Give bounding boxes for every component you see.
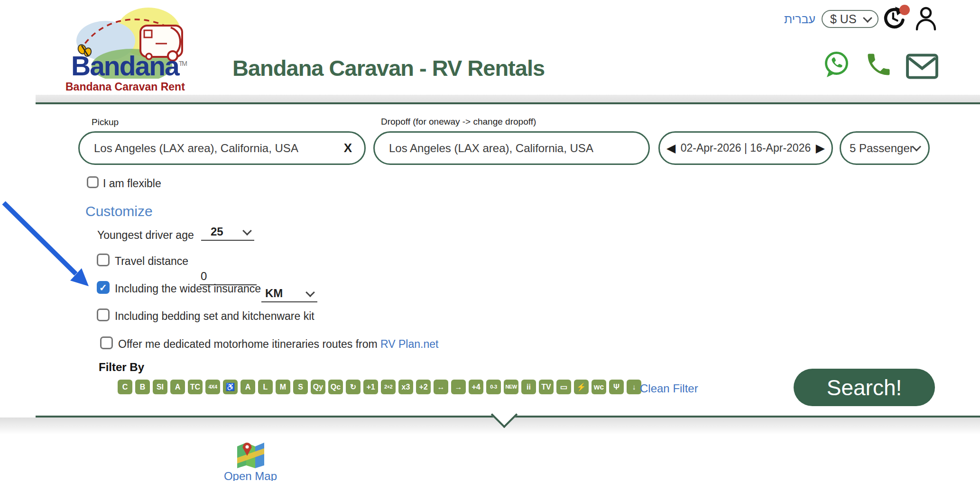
- filter-icon-quality-y[interactable]: Qy: [311, 380, 325, 394]
- filter-icon-sleeps-x3[interactable]: x3: [398, 380, 413, 394]
- filter-icon-size-small-rv[interactable]: S: [293, 380, 308, 394]
- dropoff-value: Los Angeles (LAX area), California, USA: [389, 142, 593, 155]
- filter-icon-extra-person[interactable]: +1: [363, 380, 378, 394]
- clear-pickup-button[interactable]: X: [344, 141, 352, 155]
- passengers-select[interactable]: 5 Passengers: [840, 131, 930, 165]
- filter-icon-class-b[interactable]: B: [135, 380, 150, 394]
- flexible-checkbox[interactable]: [87, 176, 99, 188]
- history-reset-button[interactable]: [881, 6, 908, 32]
- filter-icon-class-si[interactable]: SI: [153, 380, 167, 394]
- filter-icon-electricity[interactable]: ⚡: [574, 380, 589, 394]
- page: עברית $ US: [0, 0, 980, 481]
- filter-icon-vehicle-width[interactable]: ↔: [434, 380, 448, 394]
- filter-icon-size-medium-rv[interactable]: M: [276, 380, 290, 394]
- filter-icon-quality-c[interactable]: Qc: [328, 380, 343, 394]
- whatsapp-icon: [822, 49, 851, 80]
- rv-plan-link[interactable]: RV Plan.net: [380, 338, 438, 350]
- filter-icon-bed[interactable]: ▭: [556, 380, 571, 394]
- passengers-value: 5 Passengers: [850, 142, 914, 155]
- filter-icon-family[interactable]: ii: [521, 380, 536, 394]
- travel-distance-value: 0: [201, 270, 207, 283]
- filter-icon-class-a[interactable]: A: [170, 380, 185, 394]
- date-prev-arrow[interactable]: ◀: [666, 142, 675, 154]
- bedding-checkbox[interactable]: [97, 309, 110, 321]
- filter-icon-automatic-gavel[interactable]: A: [240, 380, 255, 394]
- currency-value: $ US: [830, 12, 857, 26]
- language-link[interactable]: עברית: [784, 12, 815, 26]
- insurance-label: Including the widest insurance: [115, 282, 261, 295]
- driver-age-label: Youngest driver age: [97, 229, 194, 242]
- filter-icon-class-c[interactable]: C: [118, 380, 132, 394]
- phone-icon: [864, 50, 893, 79]
- date-next-arrow[interactable]: ▶: [816, 142, 825, 154]
- pickup-label: Pickup: [92, 117, 119, 127]
- map-icon: [236, 441, 265, 468]
- filter-icon-tv[interactable]: TV: [539, 380, 554, 394]
- logo-caption: Bandana Caravan Rent: [65, 81, 185, 93]
- logo-tm: TM: [179, 60, 186, 67]
- filter-icon-size-large-rv[interactable]: L: [258, 380, 273, 394]
- phone-button[interactable]: [864, 50, 893, 79]
- email-button[interactable]: [905, 53, 939, 80]
- dropoff-label: Dropoff (for oneway -> change dropoff): [381, 117, 536, 127]
- insurance-checkbox[interactable]: ✓: [97, 281, 110, 294]
- header-divider: [36, 102, 980, 104]
- filter-icon-shower[interactable]: Ψ: [609, 380, 624, 394]
- clean-filter-link[interactable]: Clean Filter: [640, 382, 698, 395]
- chevron-down-icon: [863, 13, 872, 23]
- itineraries-label: Offer me dedicated motorhome itineraries…: [118, 338, 438, 351]
- open-map-label[interactable]: Open Map: [219, 470, 282, 481]
- dropoff-input[interactable]: Los Angeles (LAX area), California, USA: [373, 131, 650, 165]
- logo-brand: BandanaTM: [71, 50, 186, 82]
- filter-icon-row: CBSIATC4X4♿ALMSQyQc↻+12+2x3+2↔→+40-3NEWi…: [118, 380, 641, 394]
- filter-icon-rv-plus-4[interactable]: +4: [469, 380, 483, 394]
- distance-unit-value: KM: [265, 287, 283, 300]
- filter-icon-beds-2plus2[interactable]: 2+2: [381, 380, 396, 394]
- filter-icon-truck-camper[interactable]: TC: [188, 380, 203, 394]
- open-map-button[interactable]: [236, 441, 265, 468]
- envelope-icon: [905, 53, 939, 80]
- filter-icon-one-way-rv[interactable]: →: [451, 380, 466, 394]
- pickup-input[interactable]: Los Angeles (LAX area), California, USA …: [78, 131, 366, 165]
- filter-icon-four-by-four[interactable]: 4X4: [205, 380, 220, 394]
- chevron-down-icon: [242, 226, 252, 236]
- page-title: Bandana Caravan - RV Rentals: [232, 55, 545, 81]
- filter-icon-rv-new[interactable]: NEW: [504, 380, 518, 394]
- bedding-label: Including bedding set and kitchenware ki…: [115, 310, 314, 323]
- travel-distance-checkbox[interactable]: [97, 254, 110, 266]
- filter-by-label: Filter By: [99, 361, 144, 374]
- itineraries-checkbox[interactable]: [100, 336, 113, 349]
- date-range-picker[interactable]: ◀ 02-Apr-2026 | 16-Apr-2026 ▶: [658, 131, 833, 165]
- filter-icon-wheelchair-accessible[interactable]: ♿: [223, 380, 238, 394]
- driver-age-value: 25: [211, 225, 223, 238]
- date-range-value: 02-Apr-2026 | 16-Apr-2026: [681, 142, 811, 154]
- person-icon: [915, 6, 937, 31]
- logo[interactable]: BandanaTM Bandana Caravan Rent: [61, 3, 203, 94]
- notification-dot: [899, 5, 910, 15]
- filter-icon-rv-dropoff[interactable]: ↓: [627, 380, 641, 394]
- filter-icon-circular-arrows[interactable]: ↻: [346, 380, 361, 394]
- account-button[interactable]: [915, 6, 937, 31]
- filter-icon-toilet-wc[interactable]: wc: [592, 380, 606, 394]
- results-band: [0, 417, 980, 435]
- whatsapp-button[interactable]: [822, 49, 851, 80]
- filter-icon-family-plus[interactable]: +2: [416, 380, 431, 394]
- travel-distance-label: Travel distance: [115, 255, 188, 268]
- search-button[interactable]: Search!: [794, 369, 935, 406]
- currency-select[interactable]: $ US: [822, 10, 878, 28]
- driver-age-select[interactable]: 25: [201, 224, 254, 241]
- pickup-value: Los Angeles (LAX area), California, USA: [94, 142, 298, 155]
- distance-unit-select[interactable]: KM: [261, 285, 317, 302]
- customize-link[interactable]: Customize: [85, 203, 153, 219]
- chevron-down-icon: [305, 288, 315, 297]
- filter-icon-rv-age-0-3[interactable]: 0-3: [486, 380, 501, 394]
- flexible-label: I am flexible: [103, 177, 161, 190]
- header-band: [36, 95, 980, 102]
